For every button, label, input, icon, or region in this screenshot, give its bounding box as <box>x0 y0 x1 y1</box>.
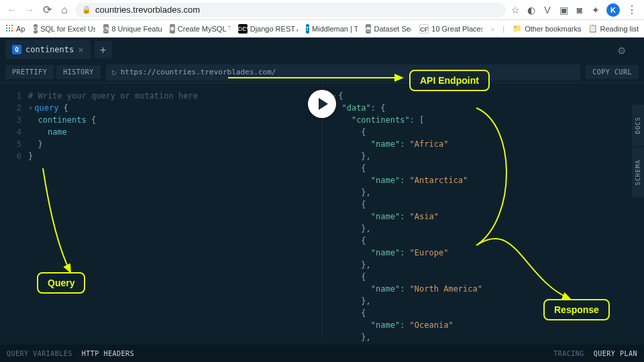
other-bookmarks[interactable]: 📁 Other bookmarks <box>513 24 581 33</box>
apps-button[interactable]: Apps <box>5 24 25 34</box>
bookmark-item[interactable]: TMiddleman | Trello <box>306 24 358 34</box>
reload-endpoint-icon[interactable]: ↻ <box>111 67 117 77</box>
bookmark-item[interactable]: ◔8 Unique Features… <box>103 24 161 34</box>
profile-avatar[interactable]: K <box>606 3 620 17</box>
http-headers-tab[interactable]: HTTP HEADERS <box>82 350 134 357</box>
forward-button[interactable]: → <box>23 4 36 16</box>
tracing-tab[interactable]: TRACING <box>553 350 584 357</box>
footer-tabs: QUERY VARIABLES HTTP HEADERS TRACING QUE… <box>0 345 644 362</box>
query-variables-tab[interactable]: QUERY VARIABLES <box>7 350 72 357</box>
lock-icon: 🔒 <box>82 5 91 14</box>
bookmark-item[interactable]: ✱Create MySQL Tabl… <box>170 24 230 34</box>
side-tabs: DOCS SCHEMA <box>632 105 644 197</box>
bookmarks-bar: Apps DSQL for Excel Users… ◔8 Unique Fea… <box>0 20 644 38</box>
annotation-api-endpoint: API Endpoint <box>409 70 490 91</box>
bookmark-item[interactable]: ◓Dataset Search <box>366 24 411 34</box>
reading-list[interactable]: 📋 Reading list <box>588 24 639 33</box>
graphql-playground: Q continents × + ⚙ PRETTIFY HISTORY ↻ ht… <box>0 38 644 362</box>
home-button[interactable]: ⌂ <box>58 4 71 16</box>
tab-continents[interactable]: Q continents × <box>5 40 91 59</box>
bookmark-item[interactable]: CF10 Great Places to F… <box>419 24 482 34</box>
menu-icon[interactable]: ⋮ <box>625 3 639 16</box>
star-icon[interactable]: ☆ <box>510 5 521 15</box>
settings-gear-icon[interactable]: ⚙ <box>618 43 625 57</box>
prettify-button[interactable]: PRETTIFY <box>5 65 54 79</box>
bookmark-item[interactable]: DSQL for Excel Users… <box>34 24 96 34</box>
browser-toolbar: ← → ⟳ ⌂ 🔒 countries.trevorblades.com ☆ ◐… <box>0 0 644 20</box>
schema-tab[interactable]: SCHEMA <box>632 147 644 198</box>
close-tab-icon[interactable]: × <box>78 44 83 55</box>
puzzle-icon[interactable]: ✦ <box>590 5 601 15</box>
add-tab-button[interactable]: + <box>95 41 112 58</box>
query-icon: Q <box>12 45 21 54</box>
ext-icon-1[interactable]: ◐ <box>526 5 537 15</box>
docs-tab[interactable]: DOCS <box>632 105 644 146</box>
playground-toolbar: PRETTIFY HISTORY ↻ https://countries.tre… <box>0 62 644 83</box>
annotation-query: Query <box>37 272 85 294</box>
reload-button[interactable]: ⟳ <box>40 3 54 16</box>
extension-icons: ☆ ◐ V ▣ ◙ ✦ K ⋮ <box>510 3 639 17</box>
tab-bar: Q continents × + ⚙ <box>0 38 644 62</box>
ext-icon-4[interactable]: ◙ <box>574 5 585 15</box>
back-button[interactable]: ← <box>5 4 19 16</box>
play-button[interactable] <box>308 90 336 118</box>
bookmark-item[interactable]: DEVDjango REST API -… <box>238 24 298 34</box>
ext-icon-3[interactable]: ▣ <box>558 5 569 15</box>
history-button[interactable]: HISTORY <box>56 65 101 79</box>
tab-label: continents <box>25 45 74 54</box>
ext-icon-2[interactable]: V <box>542 5 553 15</box>
query-plan-tab[interactable]: QUERY PLAN <box>594 350 637 357</box>
query-editor[interactable]: 1# Write your query or mutation here 2▾q… <box>0 83 322 338</box>
url-text: countries.trevorblades.com <box>95 5 200 15</box>
copy-curl-button[interactable]: COPY CURL <box>586 65 639 79</box>
endpoint-input[interactable]: ↻ https://countries.trevorblades.com/ <box>106 64 580 80</box>
address-bar[interactable]: 🔒 countries.trevorblades.com <box>75 3 506 17</box>
annotation-response: Response <box>543 299 610 320</box>
bookmark-overflow[interactable]: » <box>490 25 494 33</box>
endpoint-url: https://countries.trevorblades.com/ <box>121 68 276 76</box>
